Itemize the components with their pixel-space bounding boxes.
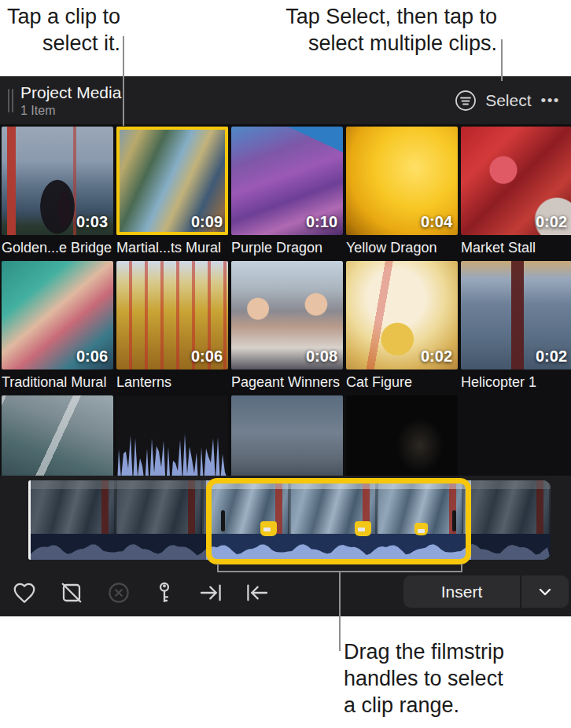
- clip-duration: 0:06: [191, 347, 223, 366]
- callout-line3: a clip range.: [344, 692, 548, 719]
- callout-line-right: [501, 39, 503, 81]
- callout-line1: Tap a clip to: [0, 3, 120, 30]
- callout-top-right: Tap Select, then tap to select multiple …: [245, 3, 497, 57]
- callout-line1: Tap Select, then tap to: [245, 3, 497, 30]
- more-button[interactable]: •••: [541, 92, 560, 109]
- media-grid: 0:03 Golden...e Bridge 0:09 Martial...ts…: [0, 124, 571, 476]
- media-cell: [2, 395, 113, 476]
- browser-header: Project Media 1 Item Select •••: [0, 76, 571, 124]
- chevron-down-icon: [535, 582, 555, 602]
- clip-duration: 0:08: [306, 347, 337, 366]
- media-thumb-martial-arts-mural-selected[interactable]: 0:09: [116, 127, 228, 235]
- media-cell: 0:09 Martial...ts Mural: [116, 127, 228, 261]
- clip-name: Pageant Winners: [231, 370, 343, 395]
- filmstrip-section: Insert: [0, 476, 571, 616]
- callout-line2: select multiple clips.: [245, 30, 497, 57]
- clip-name: Market Stall: [461, 235, 571, 261]
- media-thumb-bay-aerial[interactable]: [2, 395, 113, 476]
- trim-to-start-icon[interactable]: [240, 574, 274, 612]
- clip-duration: 0:06: [76, 347, 108, 366]
- media-thumb-pageant-winners[interactable]: 0:08: [231, 261, 343, 370]
- media-cell: 0:02 Market Stall: [461, 127, 571, 261]
- clip-duration: 0:10: [306, 213, 337, 231]
- select-button[interactable]: Select: [485, 91, 531, 110]
- panel-drag-handle[interactable]: [8, 89, 13, 112]
- left-trim-handle[interactable]: [221, 510, 225, 531]
- media-thumb-city-hall[interactable]: [231, 395, 343, 476]
- frame-object-marker: [414, 523, 428, 535]
- clip-name: Yellow Dragon: [346, 235, 458, 261]
- panel-title: Project Media: [20, 83, 121, 102]
- reject-frame-icon[interactable]: [54, 574, 89, 612]
- frame-object-marker: [260, 521, 277, 536]
- media-cell: 0:03 Golden...e Bridge: [2, 127, 113, 261]
- media-cell: [346, 395, 458, 476]
- media-cell: [116, 395, 228, 476]
- insert-options-button[interactable]: [521, 575, 569, 608]
- media-thumb-purple-dragon[interactable]: 0:10: [231, 127, 343, 235]
- media-cell: 0:08 Pageant Winners: [231, 261, 343, 395]
- clip-duration: 0:02: [536, 347, 567, 366]
- media-cell: [231, 395, 343, 476]
- clip-name: Purple Dragon: [231, 235, 343, 261]
- callout-line2: handles to select: [344, 665, 548, 692]
- media-thumb-dark-clip[interactable]: [346, 395, 458, 476]
- favorite-heart-icon[interactable]: [7, 574, 42, 612]
- insert-control: Insert: [403, 575, 569, 608]
- screenshot-canvas: Tap a clip to select it. Tap Select, the…: [0, 0, 571, 728]
- media-thumb-golden-gate-bridge[interactable]: 0:03: [2, 127, 113, 235]
- media-thumb-cat-figure[interactable]: 0:02: [346, 261, 458, 370]
- media-cell: 0:02 Helicopter 1: [461, 261, 571, 395]
- clip-duration: 0:02: [421, 347, 452, 366]
- media-browser: Project Media 1 Item Select •••: [0, 76, 571, 616]
- callout-line1: Drag the filmstrip: [344, 638, 548, 665]
- callout-line2: select it.: [0, 30, 120, 57]
- range-selection-box[interactable]: [206, 478, 471, 564]
- clip-duration: 0:03: [76, 213, 108, 231]
- media-cell: 0:10 Purple Dragon: [231, 127, 343, 261]
- insert-button[interactable]: Insert: [403, 575, 520, 608]
- header-text: Project Media 1 Item: [20, 83, 121, 118]
- clip-name: Traditional Mural: [2, 370, 113, 395]
- trim-to-end-icon[interactable]: [193, 574, 228, 612]
- media-cell: 0:06 Lanterns: [116, 261, 228, 395]
- unselected-dim-right: [471, 480, 551, 560]
- filter-icon[interactable]: [454, 89, 477, 112]
- frame-object-marker: [355, 521, 371, 536]
- playhead[interactable]: [28, 480, 31, 560]
- media-cell: 0:02 Cat Figure: [346, 261, 458, 395]
- media-thumb-yellow-dragon[interactable]: 0:04: [346, 127, 458, 235]
- callout-line-left: [123, 36, 124, 126]
- delete-circle-icon[interactable]: [101, 574, 136, 612]
- clip-duration: 0:09: [191, 213, 223, 231]
- media-thumb-lanterns[interactable]: 0:06: [116, 261, 228, 370]
- clip-name: Martial...ts Mural: [116, 235, 228, 261]
- clip-name: Cat Figure: [346, 370, 458, 395]
- media-cell: 0:06 Traditional Mural: [2, 261, 113, 395]
- clip-toolbar: Insert: [0, 572, 571, 616]
- header-actions: Select •••: [454, 89, 560, 112]
- callout-bottom: Drag the filmstrip handles to select a c…: [344, 638, 548, 719]
- unselected-dim-left: [28, 480, 206, 560]
- clip-name: Lanterns: [116, 370, 228, 395]
- media-thumb-helicopter[interactable]: 0:02: [461, 261, 571, 370]
- clip-name: Helicopter 1: [461, 370, 571, 395]
- callout-top-left: Tap a clip to select it.: [0, 3, 120, 57]
- clip-duration: 0:02: [536, 213, 567, 231]
- media-thumb-audio-waveform[interactable]: [116, 395, 228, 476]
- right-trim-handle[interactable]: [452, 510, 456, 531]
- clip-duration: 0:04: [421, 213, 452, 231]
- item-count: 1 Item: [20, 103, 121, 118]
- media-thumb-market-stall[interactable]: 0:02: [461, 127, 571, 235]
- keyword-key-icon[interactable]: [147, 574, 182, 612]
- clip-name: Golden...e Bridge: [2, 235, 113, 261]
- media-thumb-traditional-mural[interactable]: 0:06: [2, 261, 113, 370]
- bracket-line-drop: [339, 571, 341, 651]
- media-cell: 0:04 Yellow Dragon: [346, 127, 458, 261]
